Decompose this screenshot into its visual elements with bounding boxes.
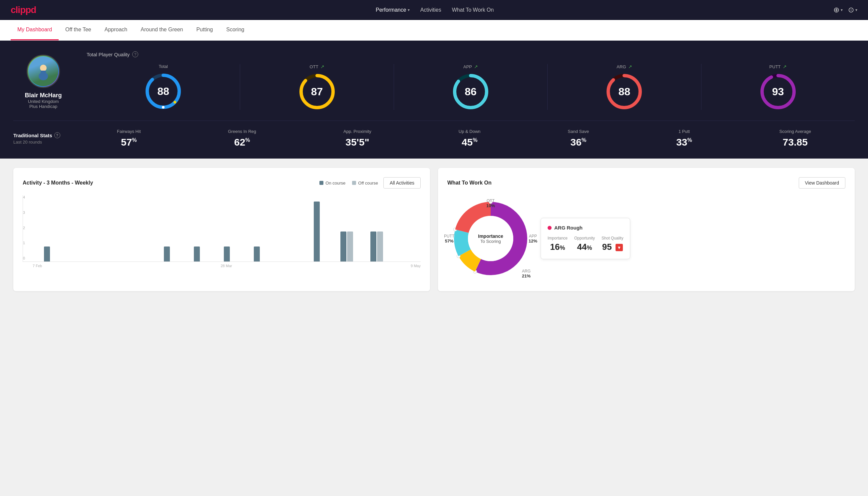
app-logo: clippd	[11, 5, 36, 15]
score-label: Total	[159, 64, 168, 69]
work-on-header: What To Work On View Dashboard	[447, 177, 845, 188]
trend-icon: ↗	[628, 64, 632, 69]
hero-section: Blair McHarg United Kingdom Plus Handica…	[0, 41, 868, 158]
trend-icon: ↗	[474, 64, 478, 69]
stat-value: 33%	[676, 137, 692, 148]
bar-group	[333, 232, 361, 262]
bar-on-course	[224, 247, 230, 262]
arg-label: ARG 21%	[522, 269, 531, 278]
chevron-down-icon: ▾	[841, 7, 843, 12]
nav-performance[interactable]: Performance ▾	[376, 7, 410, 13]
bar-group	[183, 247, 211, 262]
tab-my-dashboard[interactable]: My Dashboard	[11, 20, 59, 40]
bar-group	[213, 247, 241, 262]
bar-off-course	[347, 232, 353, 262]
bar-chart: 4 3 2 1 0	[23, 195, 421, 262]
tab-approach[interactable]: Approach	[98, 20, 134, 40]
trad-subtitle: Last 20 rounds	[13, 140, 73, 144]
svg-rect-2	[41, 71, 46, 75]
gauge-value: 86	[464, 86, 477, 98]
activity-chart-card: Activity - 3 Months - Weekly On course O…	[13, 168, 430, 291]
tab-putting[interactable]: Putting	[190, 20, 220, 40]
off-course-dot	[352, 181, 356, 185]
avatar-inner	[28, 56, 58, 86]
bar-group	[33, 247, 61, 262]
work-on-title: What To Work On	[447, 180, 492, 186]
flag-down-icon: ▼	[616, 244, 623, 251]
gauge: 93	[760, 73, 796, 110]
all-activities-button[interactable]: All Activities	[383, 177, 421, 188]
stat-col: Greens In Reg 62%	[228, 129, 256, 148]
score-item-arg: ARG ↗ 88	[548, 64, 701, 110]
score-item-total: Total 88	[86, 64, 240, 110]
on-course-dot	[319, 181, 323, 185]
avatar	[27, 55, 60, 88]
stat-name: 1 Putt	[676, 129, 692, 134]
traditional-stats: Traditional Stats ? Last 20 rounds Fairw…	[13, 121, 855, 148]
stat-col: Scoring Average 73.85	[779, 129, 811, 148]
bar-on-course	[341, 232, 346, 262]
help-icon[interactable]: ?	[132, 51, 138, 57]
shot-quality-metric: Shot Quality 95 ▼	[601, 236, 623, 252]
card-header: Activity - 3 Months - Weekly On course O…	[23, 177, 421, 188]
nav-right: ⊕ ▾ ⊙ ▾	[833, 6, 857, 14]
trad-label-col: Traditional Stats ? Last 20 rounds	[13, 132, 73, 144]
trend-icon: ↗	[320, 64, 325, 69]
stat-name: Fairways Hit	[117, 129, 141, 134]
bar-on-course	[194, 247, 200, 262]
gauge: 88	[606, 73, 643, 110]
tab-around-the-green[interactable]: Around the Green	[134, 20, 190, 40]
stat-col: Up & Down 45%	[459, 129, 480, 148]
gauge: 87	[299, 73, 335, 110]
add-button[interactable]: ⊕ ▾	[833, 6, 843, 14]
svg-point-0	[40, 65, 47, 71]
stat-col: Sand Save 36%	[568, 129, 589, 148]
donut-chart-wrapper: Importance To Scoring OTT 10% APP 12% AR…	[447, 195, 534, 282]
tab-scoring[interactable]: Scoring	[220, 20, 251, 40]
bar-group	[153, 247, 181, 262]
nav-activities[interactable]: Activities	[420, 7, 441, 13]
stat-value: 36%	[568, 137, 589, 148]
stat-col: 1 Putt 33%	[676, 129, 692, 148]
x-axis-labels: 7 Feb 28 Mar 9 May	[23, 264, 421, 268]
gauge-value: 93	[772, 86, 784, 98]
legend-on-course: On course	[319, 181, 345, 186]
putt-label: PUTT 57%	[444, 234, 454, 244]
top-nav: clippd Performance ▾ Activities What To …	[0, 0, 868, 20]
chevron-down-icon: ▾	[855, 7, 857, 12]
score-item-putt: PUTT ↗ 93	[701, 64, 855, 110]
bar-off-course	[377, 232, 383, 262]
importance-metric: Importance 16%	[548, 236, 568, 252]
bar-on-course	[44, 247, 50, 262]
bar-group	[303, 202, 331, 262]
nav-what-to-work-on[interactable]: What To Work On	[452, 7, 494, 13]
user-menu-button[interactable]: ⊙ ▾	[848, 6, 857, 14]
arg-rough-info-card: ARG Rough Importance 16% Opportunity 44%	[541, 218, 630, 259]
opportunity-metric: Opportunity 44%	[574, 236, 595, 252]
activity-chart-title: Activity - 3 Months - Weekly	[23, 180, 93, 186]
help-icon[interactable]: ?	[54, 132, 60, 138]
user-icon: ⊙	[848, 6, 854, 14]
stat-name: Up & Down	[459, 129, 480, 134]
info-metrics: Importance 16% Opportunity 44% Shot Qual…	[548, 236, 623, 252]
stat-name: Scoring Average	[779, 129, 811, 134]
gauge: 86	[452, 73, 489, 110]
stat-name: Sand Save	[568, 129, 589, 134]
ott-label: OTT 10%	[486, 199, 495, 208]
player-name: Blair McHarg	[25, 92, 62, 99]
view-dashboard-button[interactable]: View Dashboard	[799, 177, 845, 188]
quality-section: Total Player Quality ? Total 88 OTT ↗	[86, 51, 855, 110]
bar-on-course	[370, 232, 376, 262]
stat-col: App. Proximity 35'5"	[343, 129, 372, 148]
player-country: United Kingdom	[28, 99, 59, 104]
score-label: APP ↗	[463, 64, 478, 69]
quality-title: Total Player Quality ?	[86, 51, 855, 57]
tab-off-the-tee[interactable]: Off the Tee	[59, 20, 98, 40]
stat-cols: Fairways Hit 57% Greens In Reg 62% App. …	[73, 129, 855, 148]
plus-circle-icon: ⊕	[833, 6, 839, 14]
player-avatar-image	[33, 61, 53, 81]
info-card-title: ARG Rough	[548, 225, 623, 231]
chevron-down-icon: ▾	[408, 7, 410, 12]
chart-area: 4 3 2 1 0 7 Feb 28 Mar 9 May	[23, 195, 421, 268]
stat-name: App. Proximity	[343, 129, 372, 134]
